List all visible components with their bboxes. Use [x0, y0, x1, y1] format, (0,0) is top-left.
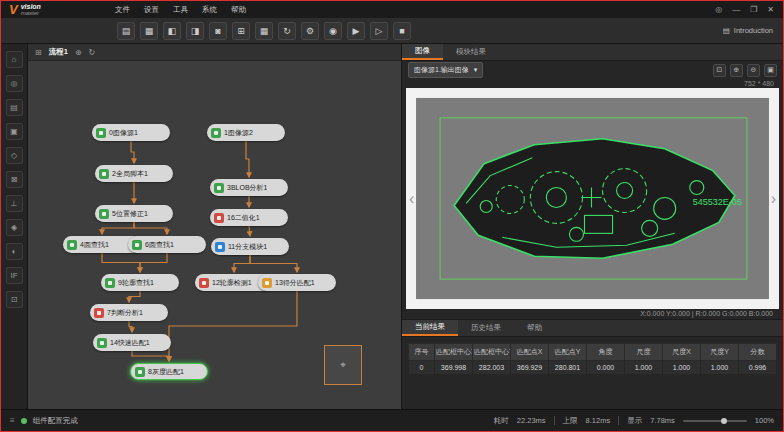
refresh-flow-icon[interactable]: ↻ — [89, 48, 96, 57]
flow-node-n9[interactable]: 9轮廓查找1 — [101, 274, 179, 291]
divider — [618, 416, 619, 425]
table-row[interactable]: 0369.998282.003369.929280.8010.0001.0001… — [409, 361, 777, 375]
flow-node-n11[interactable]: 11分支模块1 — [211, 238, 289, 255]
module-icon — [97, 338, 107, 348]
contrast-icon[interactable]: ◐ — [6, 243, 23, 260]
column-header: 匹配点Y — [549, 344, 587, 361]
refresh-icon[interactable]: ↻ — [278, 22, 296, 40]
flow-node-n8[interactable]: 8灰度匹配1 — [130, 363, 208, 380]
node-label: 8灰度匹配1 — [148, 367, 184, 377]
module-icon — [105, 278, 115, 288]
inspection-image: 545532E-05 — [406, 88, 779, 309]
node-label: 13得分匹配1 — [275, 278, 315, 288]
settings-icon[interactable]: ⚙ — [301, 22, 319, 40]
introduction-link[interactable]: ▤ Introduction — [723, 26, 783, 35]
result-tab-1[interactable]: 当前结果 — [402, 320, 458, 336]
global-icon[interactable]: ◉ — [324, 22, 342, 40]
zoom-in-icon[interactable]: ⊕ — [730, 64, 743, 77]
save-icon[interactable]: ▤ — [117, 22, 135, 40]
flow-node-n0[interactable]: 0图像源1 — [92, 124, 170, 141]
flow-node-n6[interactable]: 6圆查找1 — [128, 236, 206, 253]
minimap[interactable]: ⌖ — [324, 345, 362, 385]
shape-icon[interactable]: ◇ — [6, 147, 23, 164]
result-table-head-row: 序号匹配框中心X匹配框中心Y匹配点X匹配点Y角度尺度尺度X尺度Y分数 — [409, 344, 777, 361]
flow-node-n13[interactable]: 13得分匹配1 — [258, 274, 336, 291]
zoom-slider-knob[interactable] — [721, 418, 727, 424]
status-ok-indicator — [21, 418, 27, 424]
elapsed-label: 耗时 — [494, 416, 509, 426]
result-tab-2[interactable]: 历史结果 — [458, 320, 514, 336]
flow-node-n3[interactable]: 3BLOB分析1 — [210, 179, 288, 196]
locate-icon[interactable]: ◎ — [6, 75, 23, 92]
module-icon — [215, 242, 225, 252]
export-icon[interactable]: ◨ — [186, 22, 204, 40]
sidebar-tools: ⌂◎▤▣◇⊠⊥◈◐IF⊡ — [6, 51, 23, 308]
statusbar-menu-icon[interactable]: ≡ — [10, 416, 15, 425]
logic-if-icon[interactable]: IF — [6, 267, 23, 284]
prev-image-button[interactable]: ‹ — [409, 191, 414, 207]
snapshot-icon[interactable]: ▣ — [764, 64, 777, 77]
column-header: 分数 — [739, 344, 777, 361]
script-icon[interactable]: ⊡ — [6, 291, 23, 308]
node-label: 11分支模块1 — [228, 242, 267, 252]
flow-node-n14[interactable]: 14快速匹配1 — [93, 334, 171, 351]
zoom-slider[interactable] — [683, 420, 747, 422]
module-icon — [135, 367, 145, 377]
menu-item-1[interactable]: 文件 — [115, 5, 130, 15]
list-icon[interactable]: ▤ — [6, 99, 23, 116]
flow-list-icon[interactable]: ⊞ — [35, 48, 42, 57]
image-viewer[interactable]: 545532E-05 ‹ › — [406, 88, 779, 309]
maximize-button[interactable]: ❐ — [750, 5, 757, 14]
menu-item-3[interactable]: 工具 — [173, 5, 188, 15]
limit-value: 8.12ms — [586, 416, 611, 425]
table-cell: 1.000 — [663, 361, 701, 375]
fit-view-icon[interactable]: ⊡ — [713, 64, 726, 77]
table-cell: 280.801 — [549, 361, 587, 375]
grid-icon[interactable]: ⊞ — [232, 22, 250, 40]
crop-icon[interactable]: ⊠ — [6, 171, 23, 188]
home-icon[interactable]: ⌂ — [6, 51, 23, 68]
stop-icon[interactable]: ■ — [393, 22, 411, 40]
node-label: 2全局脚本1 — [112, 169, 148, 179]
menu-item-4[interactable]: 系统 — [202, 5, 217, 15]
next-image-button[interactable]: › — [771, 191, 776, 207]
flow-edge — [134, 222, 167, 234]
open-icon[interactable]: ▦ — [140, 22, 158, 40]
flow-node-n7[interactable]: 7判断分析1 — [90, 304, 168, 321]
menu-item-5[interactable]: 帮助 — [231, 5, 246, 15]
zoom-out-icon[interactable]: ⊖ — [747, 64, 760, 77]
column-header: 尺度Y — [701, 344, 739, 361]
close-button[interactable]: ✕ — [767, 5, 774, 14]
tab-2[interactable]: 模块结果 — [443, 44, 499, 60]
chevron-down-icon: ▾ — [474, 66, 478, 74]
tab-1[interactable]: 图像 — [402, 44, 443, 60]
result-tab-3[interactable]: 帮助 — [514, 320, 555, 336]
camera-icon[interactable]: ◙ — [209, 22, 227, 40]
image-source-select[interactable]: 图像源1.输出图像 ▾ — [408, 62, 483, 78]
menu-item-2[interactable]: 设置 — [144, 5, 159, 15]
import-icon[interactable]: ◧ — [163, 22, 181, 40]
viewer-toolbar: 图像源1.输出图像 ▾ ⊡⊕⊖▣ — [402, 61, 783, 79]
minimize-button[interactable]: — — [732, 5, 740, 14]
column-header: 尺度 — [625, 344, 663, 361]
flow-edge — [246, 141, 249, 177]
node-label: 7判断分析1 — [107, 308, 143, 318]
flow-node-n16[interactable]: 16二值化1 — [210, 209, 288, 226]
tab-flow1[interactable]: 流程1 — [49, 47, 68, 57]
measure-icon[interactable]: ⊥ — [6, 195, 23, 212]
flow-edge — [129, 321, 132, 332]
calibration-icon[interactable]: ◈ — [6, 219, 23, 236]
image-tabs: 图像模块结果 — [402, 44, 783, 61]
run-icon[interactable]: ▶ — [347, 22, 365, 40]
flow-node-n2[interactable]: 2全局脚本1 — [95, 165, 173, 182]
user-button[interactable]: ◎ — [715, 5, 722, 14]
flow-node-n5[interactable]: 5位置修正1 — [95, 205, 173, 222]
flow-canvas[interactable]: ⌖ 0图像源11图像源22全局脚本13BLOB分析15位置修正116二值化14圆… — [28, 61, 401, 409]
image-scale-text: 752 * 480 — [402, 79, 783, 88]
table-icon[interactable]: ▦ — [255, 22, 273, 40]
add-flow-icon[interactable]: ⊕ — [75, 48, 82, 57]
window-icon[interactable]: ▣ — [6, 123, 23, 140]
step-icon[interactable]: ▷ — [370, 22, 388, 40]
flow-node-n1[interactable]: 1图像源2 — [207, 124, 285, 141]
table-cell: 1.000 — [701, 361, 739, 375]
